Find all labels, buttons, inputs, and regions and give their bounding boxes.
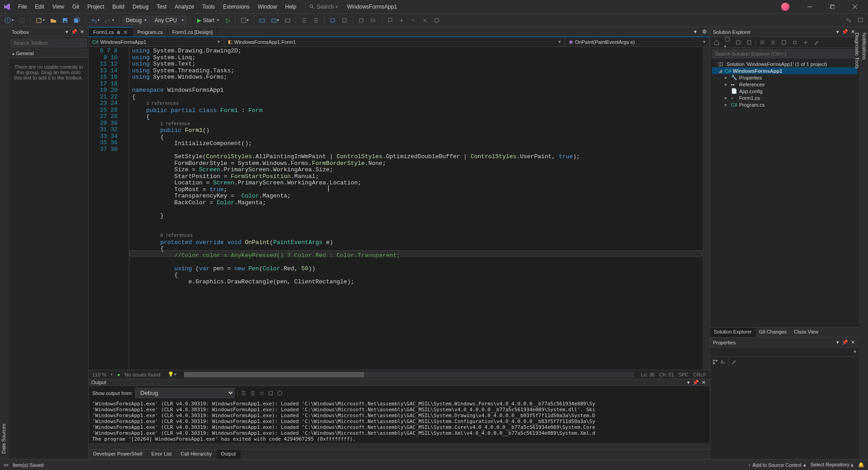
redo-button[interactable]: ▾ (103, 16, 116, 25)
configuration-dropdown[interactable]: Debug▾ (123, 16, 150, 25)
menu-help[interactable]: Help (282, 2, 300, 12)
menu-test[interactable]: Test (153, 2, 170, 12)
line-endings[interactable]: CRLF (693, 372, 706, 377)
props-alpha-icon[interactable]: A↓ (720, 359, 726, 365)
side-tab-data-sources[interactable]: Data Sources (0, 27, 7, 457)
menu-analyze[interactable]: Analyze (171, 2, 198, 12)
tb-icon-14[interactable] (420, 16, 430, 25)
output-tb-4[interactable] (268, 390, 274, 396)
zoom-level[interactable]: 110 % (92, 372, 106, 377)
sol-dropdown-icon[interactable]: ▾ (835, 29, 840, 35)
btab-devps[interactable]: Developer PowerShell (89, 450, 147, 459)
tb-icon-1[interactable]: ▾ (239, 16, 250, 25)
menu-view[interactable]: View (49, 2, 68, 12)
code-content[interactable]: using System.Drawing.Drawing2D; using Sy… (129, 47, 703, 370)
sol-pin-icon[interactable]: 📌 (840, 29, 849, 35)
menu-project[interactable]: Project (84, 2, 108, 12)
nav-class-dropdown[interactable]: ◧ WindowsFormsApp1.Form1 ▾ (224, 37, 565, 47)
sol-item-form1[interactable]: ▸▫Form1.cs (712, 94, 857, 101)
code-editor[interactable]: 6 7 8 9 10 11 12 13 14 15 16 17 18 19 20… (89, 47, 710, 370)
solution-tree[interactable]: ◫Solution 'WindowsFormsApp1' (1 of 1 pro… (710, 60, 859, 327)
minimize-button[interactable] (799, 0, 820, 14)
close-button[interactable] (844, 0, 865, 14)
output-pin-icon[interactable]: 📌 (691, 380, 700, 385)
save-all-button[interactable] (72, 16, 82, 25)
tab-program-cs[interactable]: Program.cs (133, 27, 168, 37)
props-pin-icon[interactable]: 📌 (840, 339, 849, 345)
sol-tb-3[interactable] (734, 38, 743, 47)
output-close-icon[interactable]: ✕ (700, 380, 707, 385)
btab-output[interactable]: Output (217, 450, 241, 459)
add-to-source-control[interactable]: ↑ Add to Source Control ▴ (748, 462, 806, 468)
undo-button[interactable]: ▾ (89, 16, 101, 25)
sol-tb-9[interactable] (801, 38, 810, 47)
sol-item-properties[interactable]: ▸🔧Properties (712, 74, 857, 81)
nav-project-dropdown[interactable]: C# WindowsFormsApp1 ▾ (89, 37, 224, 47)
tb-icon-15[interactable] (432, 16, 442, 25)
notification-bell-icon[interactable]: 🔔 (858, 462, 864, 468)
tb-icon-9[interactable] (356, 16, 366, 25)
indent-mode[interactable]: SPC (679, 372, 689, 377)
tb-icon-13[interactable] (408, 16, 418, 25)
new-project-button[interactable]: ▾ (34, 16, 47, 25)
live-share-button[interactable] (844, 16, 854, 25)
output-source-dropdown[interactable]: Debug (135, 388, 235, 398)
sol-item-references[interactable]: ▸▪▪References (712, 81, 857, 88)
toolbox-pin-icon[interactable]: 📌 (70, 29, 79, 35)
output-tb-5[interactable] (277, 390, 283, 396)
sol-item-program[interactable]: ▸C#Program.cs (712, 101, 857, 108)
props-wrench-icon[interactable] (731, 359, 737, 365)
tab-form1-cs[interactable]: Form1.cs ⊕ ✕ (89, 27, 133, 37)
issues-status[interactable]: No issues found (125, 372, 160, 377)
sol-root-node[interactable]: ◫Solution 'WindowsFormsApp1' (1 of 1 pro… (712, 61, 857, 67)
tab-config-icon[interactable]: ⚙ (699, 27, 710, 37)
output-tb-2[interactable] (250, 390, 256, 396)
menu-git[interactable]: Git (69, 2, 83, 12)
tb-icon-12[interactable] (396, 16, 406, 25)
lightbulb-icon[interactable]: 💡▾ (168, 371, 177, 377)
feedback-button[interactable] (855, 16, 865, 25)
menu-file[interactable]: File (14, 2, 30, 12)
sol-home-icon[interactable] (712, 38, 721, 47)
btab-callhier[interactable]: Call Hierarchy (176, 450, 216, 459)
sol-tb-7[interactable] (779, 38, 788, 47)
platform-dropdown[interactable]: Any CPU▾ (151, 16, 187, 25)
sol-project-node[interactable]: ◢C#WindowsFormsApp1 (712, 67, 857, 74)
rtab-class-view[interactable]: Class View (790, 328, 822, 337)
tab-close-icon[interactable]: ✕ (123, 29, 128, 36)
output-tb-3[interactable] (259, 390, 265, 396)
menu-extensions[interactable]: Extensions (219, 2, 253, 12)
output-tb-1[interactable] (241, 390, 247, 396)
side-tab-notifications[interactable]: Notifications (861, 29, 868, 459)
nav-forward-button[interactable] (17, 16, 27, 25)
sol-wrench-icon[interactable] (812, 38, 821, 47)
menu-build[interactable]: Build (109, 2, 128, 12)
nav-back-button[interactable]: ▾ (3, 16, 15, 25)
open-file-button[interactable] (48, 16, 58, 25)
sol-tb-5[interactable] (758, 38, 767, 47)
rtab-git-changes[interactable]: Git Changes (755, 328, 790, 337)
tb-icon-10[interactable] (368, 16, 378, 25)
btab-errorlist[interactable]: Error List (147, 450, 176, 459)
sol-item-appconfig[interactable]: 📄App.config (712, 88, 857, 94)
toolbox-close-icon[interactable]: ✕ (79, 29, 85, 35)
tb-icon-5[interactable] (299, 16, 309, 25)
titlebar-search[interactable]: Search ▾ (305, 3, 341, 11)
sol-tb-4[interactable] (745, 38, 754, 47)
output-dropdown-icon[interactable]: ▾ (686, 380, 691, 385)
properties-selector[interactable]: ▾ (710, 348, 859, 357)
tb-icon-8[interactable] (340, 16, 349, 25)
toolbox-dropdown-icon[interactable]: ▾ (64, 29, 70, 35)
start-without-debug-button[interactable]: ▷ (224, 16, 232, 25)
sol-tb-6[interactable] (769, 38, 778, 47)
menu-debug[interactable]: Debug (129, 2, 152, 12)
side-tab-diagnostics[interactable]: Diagnostic Tools (854, 29, 861, 459)
tb-icon-11[interactable] (385, 16, 395, 25)
save-button[interactable] (60, 16, 70, 25)
editor-horizontal-scrollbar[interactable] (184, 372, 634, 377)
tb-icon-7[interactable] (328, 16, 338, 25)
toolbox-search-input[interactable] (10, 38, 87, 47)
nav-member-dropdown[interactable]: ◉ OnPaint(PaintEventArgs e) ▾ (565, 37, 710, 47)
sol-tb-8[interactable] (790, 38, 799, 47)
select-repository[interactable]: Select Repository ▴ (811, 462, 854, 468)
